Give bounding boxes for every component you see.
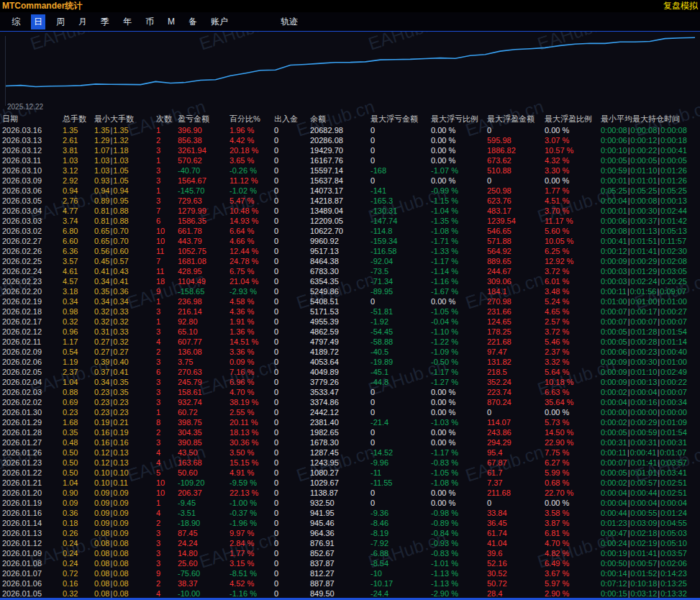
- table-row[interactable]: 2026.01.090.240.08|0.08314.801.77 %0852.…: [0, 548, 700, 558]
- table-row[interactable]: 2026.02.203.180.35|0.369-158.65-2.93 %05…: [0, 286, 700, 296]
- table-row[interactable]: 2026.02.111.170.27|0.324607.7714.51 %047…: [0, 337, 700, 347]
- table-row[interactable]: 2026.01.220.500.10|0.10550.604.91 %01080…: [0, 468, 700, 478]
- table-row[interactable]: 2026.01.060.160.08|0.08238.374.52 %0887.…: [0, 578, 700, 588]
- cell-pl: 270.63: [176, 367, 227, 377]
- menu-item-周[interactable]: 周: [53, 14, 68, 29]
- table-row[interactable]: 2026.02.266.360.56|0.60111052.7512.44 %0…: [0, 246, 700, 256]
- cell-max-float-profit: 131.82: [485, 357, 542, 367]
- cell-max-float-loss-pct: -1.08 %: [429, 226, 485, 236]
- table-row[interactable]: 2026.01.160.360.09|0.094-3.51-0.37 %0941…: [0, 508, 700, 518]
- table-row[interactable]: 2026.01.070.720.08|0.089-75.60-8.51 %081…: [0, 568, 700, 578]
- table-row[interactable]: 2026.03.052.760.89|0.953729.635.47 %0142…: [0, 196, 700, 206]
- table-row[interactable]: 2026.01.280.350.16|0.192304.3518.13 %019…: [0, 427, 700, 437]
- replay-button[interactable]: 复盘模拟: [663, 0, 698, 12]
- table-row[interactable]: 2026.02.020.690.23|0.233932.7438.19 %033…: [0, 397, 700, 407]
- cell-max-float-profit-pct: 0.00 %: [542, 176, 599, 186]
- cell-max-float-profit: 30.52: [485, 568, 542, 578]
- col-header[interactable]: 最大浮盈金额: [485, 114, 542, 124]
- table-row[interactable]: 2026.01.211.040.10|0.1110-109.20-9.59 %0…: [0, 478, 700, 488]
- cell-max-float-loss: -168: [368, 165, 429, 176]
- menu-item-年[interactable]: 年: [120, 14, 135, 29]
- table-row[interactable]: 2026.02.170.320.32|0.32192.801.91 %04955…: [0, 317, 700, 327]
- table-row[interactable]: 2026.01.260.500.12|0.13443.503.50 %01287…: [0, 447, 700, 458]
- table-row[interactable]: 2026.02.234.570.34|0.41181104.4921.04 %0…: [0, 276, 700, 286]
- col-header[interactable]: 最小大手数: [92, 114, 154, 124]
- table-row[interactable]: 2026.03.103.121.03|1.053-40.70-0.26 %015…: [0, 165, 700, 176]
- table-row[interactable]: 2026.03.132.611.29|1.322856.384.42 %0202…: [0, 135, 700, 145]
- cell-total-lots: 1.04: [60, 478, 92, 488]
- table-row[interactable]: 2026.03.111.031.03|1.031570.623.65 %0161…: [0, 155, 700, 165]
- table-row[interactable]: 2026.03.123.811.07|1.1833261.9420.18 %01…: [0, 145, 700, 155]
- table-row[interactable]: 2026.02.244.610.41|0.4311428.956.75 %067…: [0, 266, 700, 276]
- table-row[interactable]: 2026.03.033.740.81|0.8861586.3514.93 %01…: [0, 216, 700, 226]
- table-row[interactable]: 2026.01.270.480.16|0.163390.8530.36 %016…: [0, 437, 700, 447]
- table-row[interactable]: 2026.02.180.980.32|0.333216.144.36 %0517…: [0, 306, 700, 317]
- menu-item-综[interactable]: 综: [9, 14, 23, 29]
- cell-max-float-loss-pct: 0.00 %: [429, 135, 485, 145]
- menu-item-币[interactable]: 币: [142, 14, 157, 29]
- col-header[interactable]: 盈亏金额: [176, 114, 227, 124]
- table-row[interactable]: 2026.03.044.770.81|0.8871279.9910.48 %01…: [0, 206, 700, 216]
- table-row[interactable]: 2026.01.190.090.09|0.091-9.45-1.00 %0932…: [0, 498, 700, 508]
- cell-hold-times: 0:00:04|0:00:08|0:00:13: [599, 196, 700, 206]
- menu-item-备[interactable]: 备: [186, 14, 200, 29]
- table-row[interactable]: 2026.01.120.240.08|0.08324.242.84 %0876.…: [0, 538, 700, 548]
- cell-minmax-lots: 0.09|0.09: [92, 518, 154, 528]
- col-header[interactable]: 最大浮亏比例: [429, 114, 485, 124]
- menu-item-季[interactable]: 季: [98, 14, 112, 29]
- menu-item-M[interactable]: M: [165, 15, 178, 28]
- table-row[interactable]: 2026.02.052.370.37|0.416270.637.16 %0404…: [0, 367, 700, 377]
- table-row[interactable]: 2026.03.092.920.93|1.0531564.6711.12 %01…: [0, 176, 700, 186]
- cell-minmax-lots: 0.09|0.09: [92, 488, 154, 498]
- col-header[interactable]: 最大浮亏金额: [368, 114, 429, 124]
- table-row[interactable]: 2026.02.061.190.39|0.4033.750.09 %04053.…: [0, 357, 700, 367]
- menu-item-账户[interactable]: 账户: [208, 14, 231, 29]
- cell-total-lots: 0.98: [60, 306, 92, 317]
- col-header[interactable]: 出入金: [272, 114, 308, 124]
- table-row[interactable]: 2026.01.291.680.19|0.218398.7520.11 %023…: [0, 417, 700, 427]
- cell-deposit: 0: [272, 155, 308, 165]
- table-row[interactable]: 2026.01.140.180.09|0.092-18.90-1.96 %094…: [0, 518, 700, 528]
- cell-pct: 3.50 %: [227, 447, 272, 458]
- cell-date: 2026.01.22: [0, 468, 60, 478]
- cell-max-float-profit-pct: 3.72 %: [542, 266, 599, 276]
- cell-max-float-profit-pct: 5.73 %: [542, 417, 599, 427]
- cell-hold-times: 0:00:09|0:01:10|0:02:49: [599, 367, 700, 377]
- cell-max-float-loss-pct: -1.67 %: [429, 286, 485, 296]
- cell-deposit: 0: [272, 306, 308, 317]
- table-row[interactable]: 2026.02.276.600.65|0.7010443.794.66 %099…: [0, 236, 700, 246]
- table-row[interactable]: 2026.01.300.230.23|0.23160.722.55 %02442…: [0, 407, 700, 417]
- table-row[interactable]: 2026.01.200.900.09|0.0910206.3722.13 %01…: [0, 488, 700, 498]
- table-row[interactable]: 2026.02.253.570.45|0.5771681.0824.78 %08…: [0, 256, 700, 266]
- table-row[interactable]: 2026.01.230.500.12|0.134163.6815.15 %012…: [0, 458, 700, 468]
- cell-max-float-loss-pct: 0.00 %: [429, 488, 485, 498]
- menu-item-轨迹[interactable]: 轨迹: [278, 14, 301, 29]
- menu-item-月[interactable]: 月: [76, 14, 90, 29]
- table-row[interactable]: 2026.01.080.240.08|0.08325.603.15 %0837.…: [0, 558, 700, 568]
- col-header[interactable]: 次数: [154, 114, 176, 124]
- table-row[interactable]: 2026.01.050.320.08|0.084-10.00-1.16 %084…: [0, 588, 700, 599]
- col-header[interactable]: 总手数: [60, 114, 92, 124]
- table-row[interactable]: 2026.03.161.351.35|1.351396.901.96 %0206…: [0, 125, 700, 135]
- cell-pct: 14.51 %: [227, 337, 272, 347]
- table-row[interactable]: 2026.02.041.040.34|0.353245.796.96 %0377…: [0, 377, 700, 387]
- cell-pct: 4.36 %: [227, 306, 272, 317]
- table-row[interactable]: 2026.03.026.800.65|0.7010661.786.64 %010…: [0, 226, 700, 236]
- cell-max-float-profit: 178.25: [485, 327, 542, 337]
- cell-minmax-lots: 0.39|0.40: [92, 357, 154, 367]
- col-header[interactable]: 百分比%: [227, 114, 272, 124]
- cell-hold-times: 0:00:08|0:01:13|0:05:13: [599, 226, 700, 236]
- table-row[interactable]: 2026.02.120.960.31|0.33365.101.36 %04862…: [0, 327, 700, 337]
- table-row[interactable]: 2026.02.090.540.27|0.272136.083.36 %0418…: [0, 347, 700, 357]
- table-row[interactable]: 2026.03.060.940.94|0.941-145.70-1.02 %01…: [0, 186, 700, 196]
- col-header[interactable]: 最小平均最大持仓时间: [599, 114, 700, 124]
- table-row[interactable]: 2026.01.130.260.08|0.09387.459.97 %0964.…: [0, 528, 700, 538]
- col-header[interactable]: 日期: [0, 114, 60, 124]
- col-header[interactable]: 最大浮盈比例: [542, 114, 599, 124]
- menu-item-日[interactable]: 日: [31, 14, 45, 29]
- table-row[interactable]: 2026.02.190.340.34|0.341236.984.58 %0540…: [0, 296, 700, 306]
- cell-balance: 5249.86: [308, 286, 368, 296]
- table-row[interactable]: 2026.02.030.880.23|0.353158.614.70 %0353…: [0, 387, 700, 397]
- col-header[interactable]: 余额: [308, 114, 368, 124]
- cell-max-float-loss-pct: 0.00 %: [429, 427, 485, 437]
